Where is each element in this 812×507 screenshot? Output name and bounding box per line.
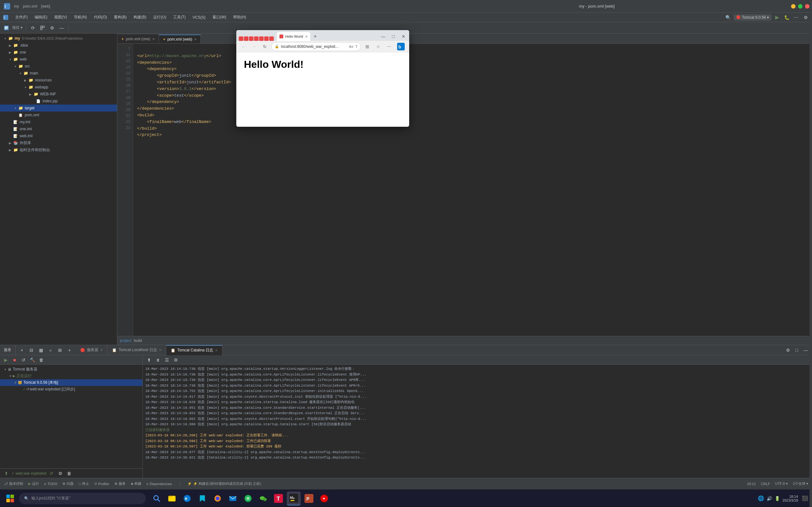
restart-btn[interactable]: ↺	[20, 356, 27, 364]
status-dependencies[interactable]: ≡ Dependencies	[147, 482, 172, 486]
reload-btn[interactable]: ↻	[260, 42, 269, 51]
show-desktop-btn[interactable]: ⬛	[802, 495, 808, 501]
tab-localhost-log[interactable]: 📋 Tomcat Localhost 日志 ✕	[107, 345, 166, 355]
taskbar-app-bookmark[interactable]	[195, 492, 209, 505]
scroll-top-btn[interactable]: ⬆	[145, 356, 153, 364]
tab-close[interactable]: ✕	[100, 348, 103, 352]
status-run[interactable]: ▶ 运行	[28, 481, 39, 486]
services-collapse-btn[interactable]: ⊟	[28, 346, 35, 354]
deploy-refresh-btn[interactable]: ↺	[48, 469, 55, 477]
taskbar-app-T[interactable]: T	[271, 492, 286, 505]
chrome-tab-c1[interactable]	[239, 37, 243, 41]
tray-icon-battery[interactable]: 🔋	[774, 496, 780, 501]
start-button[interactable]	[3, 491, 18, 506]
tray-icon-wifi[interactable]: 🌐	[758, 495, 764, 501]
log-settings-btn[interactable]: ⚙	[172, 356, 180, 364]
tree-item-web[interactable]: ▾ 📁 web	[0, 56, 117, 63]
menu-code[interactable]: 代码(O)	[91, 13, 110, 21]
window-controls[interactable]	[791, 4, 809, 9]
menu-vcs[interactable]: VCS(S)	[189, 14, 209, 21]
scrollbar[interactable]	[809, 355, 812, 478]
tab-server[interactable]: 🔴 服务器 ✕	[76, 345, 107, 355]
run-config-selector[interactable]: 🔴 Tomcat 9.0.56 ▾	[734, 14, 771, 20]
tab-close-btn[interactable]: ✕	[305, 35, 308, 38]
tree-item-extlibs[interactable]: ▶ 📚 外部库	[0, 139, 117, 147]
favorites-btn[interactable]: ☆	[374, 42, 383, 51]
services-filter-btn[interactable]: ▦	[37, 346, 45, 354]
bing-btn[interactable]: b	[395, 42, 407, 51]
taskbar-app-idea[interactable]: Idₑ	[287, 492, 301, 505]
chrome-tab-c5[interactable]	[259, 37, 264, 41]
status-build[interactable]: ◈ 构建	[131, 481, 142, 486]
chrome-tab-c2[interactable]	[244, 37, 248, 41]
status-terminal[interactable]: □ 终止	[79, 481, 89, 486]
tree-item-my[interactable]: ▾ 📁 my D:\IntelliJ IDEA 2022.3\IdeaProje…	[0, 35, 117, 42]
tree-item-one[interactable]: ▶ 📁 one	[0, 49, 117, 56]
status-problems[interactable]: ⊕ 问题	[62, 481, 73, 486]
menu-window[interactable]: 窗口(W)	[209, 13, 229, 21]
services-sort-btn[interactable]: ⟐	[47, 346, 54, 354]
status-indent[interactable]: 2个全球 ▾	[793, 481, 808, 486]
panel-close-btn[interactable]: —	[802, 346, 809, 354]
tree-item-webapp[interactable]: ▾ 📁 webapp	[0, 83, 117, 91]
menu-run[interactable]: 运行(U)	[150, 13, 169, 21]
tree-item-src[interactable]: ▾ 📁 src	[0, 63, 117, 70]
panel-maximize-btn[interactable]: □	[793, 346, 801, 354]
sub-tab-build[interactable]: build	[134, 338, 142, 343]
tab-catalina-log[interactable]: 📋 Tomcat Catalina 日志 ✕	[166, 345, 222, 355]
browser-close-btn[interactable]: ✕	[399, 32, 408, 41]
status-line-endings[interactable]: CRLF	[761, 482, 770, 486]
filter-btn[interactable]: ☰	[163, 356, 171, 364]
tab-close[interactable]: ✕	[159, 348, 161, 352]
maximize-button[interactable]	[798, 4, 803, 9]
log-content-area[interactable]: 18-Mar-2023 18:14:19.730 信息 [main] org.a…	[143, 365, 812, 478]
status-line-col[interactable]: 20:11	[747, 482, 756, 486]
menu-view[interactable]: 视图(V)	[51, 13, 70, 21]
address-bar[interactable]: 🔒 localhost:8080/web_war_explod... A≡ T	[271, 42, 361, 51]
menu-tools[interactable]: 工具(T)	[170, 13, 189, 21]
tree-item-webiml[interactable]: 📝 web.iml	[0, 132, 117, 139]
tab-pom-web[interactable]: ✦ pom.xml (web) ✕	[159, 35, 201, 43]
tree-item-scratch[interactable]: ▶ 📁 临时文件和控制台	[0, 147, 117, 153]
server-item-running[interactable]: ▾ ▶ 正在运行	[0, 373, 142, 379]
trash-btn[interactable]: 🗑	[38, 356, 45, 364]
code-content[interactable]: <url>http://maven.apache.org</url> <depe…	[133, 44, 812, 336]
chrome-tab-c6[interactable]	[264, 37, 269, 41]
taskbar-app-search[interactable]	[150, 492, 164, 505]
menu-navigate[interactable]: 导航(N)	[71, 13, 90, 21]
taskbar-app-files[interactable]	[165, 492, 179, 505]
tree-item-indexjsp[interactable]: 📄 index.jsp	[0, 98, 117, 105]
taskbar-app-wechat[interactable]	[256, 492, 270, 505]
minimize-button[interactable]	[791, 4, 796, 9]
browser-maximize[interactable]: □	[389, 32, 398, 41]
settings-btn[interactable]: ⚙	[802, 14, 809, 21]
tree-item-target[interactable]: ▾ 📁 target	[0, 105, 117, 112]
sidebar-toggle-btn[interactable]: ⊞	[363, 42, 372, 51]
tree-item-oneiml[interactable]: 📝 one.iml	[0, 125, 117, 132]
status-encoding[interactable]: UTF-8 ▾	[775, 482, 788, 486]
close-button[interactable]	[805, 4, 809, 9]
panel-settings-btn[interactable]: ⚙	[784, 346, 792, 354]
taskbar-app-mail[interactable]	[226, 492, 240, 505]
tab-pom-one[interactable]: ✦ pom.xml (one) ✕	[117, 35, 159, 43]
clear-btn[interactable]: 🗑	[154, 356, 162, 364]
status-profiler[interactable]: ⊙ Profiler	[94, 482, 109, 486]
server-item-deploy[interactable]: ✓ ↺ web:war exploded [已同步]	[0, 386, 142, 393]
collapse-all-btn[interactable]	[39, 24, 46, 32]
taskbar-app-firefox[interactable]	[211, 492, 224, 505]
sync-btn[interactable]: ⟳	[29, 24, 37, 32]
taskbar-clock[interactable]: 18:14 2023/3/18	[782, 495, 798, 502]
services-add-btn[interactable]: +	[18, 346, 26, 354]
menu-edit[interactable]: 编辑(E)	[32, 13, 50, 21]
start-btn[interactable]: ▶	[2, 356, 9, 364]
forward-btn[interactable]: →	[250, 42, 258, 51]
settings-project-btn[interactable]: ⚙	[48, 24, 56, 32]
browser-active-tab[interactable]: Hello World ✕	[277, 32, 310, 41]
more-btn[interactable]: ⋯	[792, 14, 800, 21]
build-btn[interactable]: 🔨	[29, 356, 36, 364]
sub-tab-project[interactable]: project	[120, 338, 131, 343]
tab-close-btn[interactable]: ✕	[152, 38, 155, 41]
status-vcs[interactable]: ⎇ 版本控制	[4, 481, 23, 486]
tab-close[interactable]: ✕	[215, 349, 217, 352]
chrome-tab-c3[interactable]	[249, 37, 253, 41]
